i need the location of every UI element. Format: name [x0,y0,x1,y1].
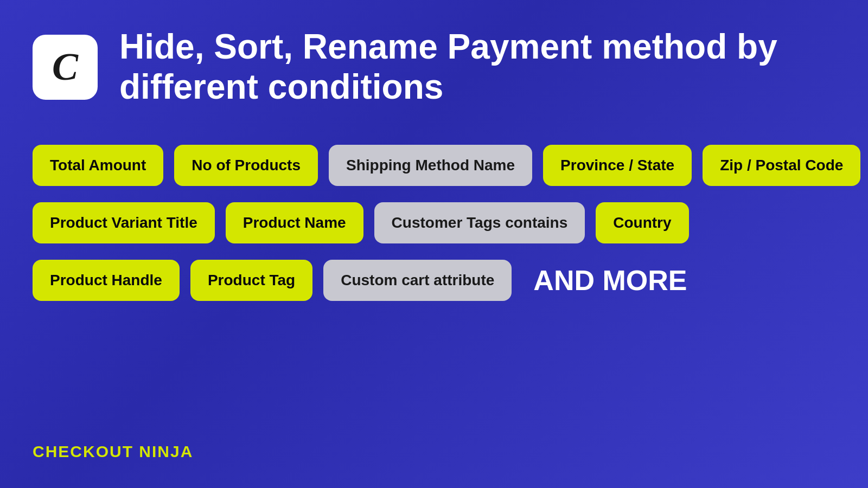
and-more-label: AND MORE [533,264,687,297]
footer-section: CHECKOUT NINJA [33,442,193,461]
tag-btn-no-of-products[interactable]: No of Products [174,145,318,186]
tag-btn-product-variant-title[interactable]: Product Variant Title [33,202,215,243]
conditions-row-0: Total AmountNo of ProductsShipping Metho… [33,145,835,186]
page-title: Hide, Sort, Rename Payment method by dif… [119,27,835,107]
brand-name: CHECKOUT NINJA [33,442,193,460]
tag-btn-shipping-method-name[interactable]: Shipping Method Name [329,145,532,186]
tag-btn-customer-tags-contains[interactable]: Customer Tags contains [374,202,585,243]
conditions-row-2: Product HandleProduct TagCustom cart att… [33,260,835,301]
logo-box: C [33,35,98,100]
tag-btn-province-/-state[interactable]: Province / State [543,145,692,186]
page-container: C Hide, Sort, Rename Payment method by d… [0,0,868,488]
tag-btn-product-tag[interactable]: Product Tag [190,260,312,301]
conditions-grid: Total AmountNo of ProductsShipping Metho… [33,145,835,301]
tag-btn-country[interactable]: Country [596,202,688,243]
tag-btn-total-amount[interactable]: Total Amount [33,145,163,186]
conditions-row-1: Product Variant TitleProduct NameCustome… [33,202,835,243]
header-section: C Hide, Sort, Rename Payment method by d… [33,27,835,107]
tag-btn-product-name[interactable]: Product Name [226,202,363,243]
tag-btn-zip-/-postal-code[interactable]: Zip / Postal Code [703,145,860,186]
logo-letter: C [52,44,78,89]
tag-btn-product-handle[interactable]: Product Handle [33,260,180,301]
tag-btn-custom-cart-attribute[interactable]: Custom cart attribute [323,260,512,301]
